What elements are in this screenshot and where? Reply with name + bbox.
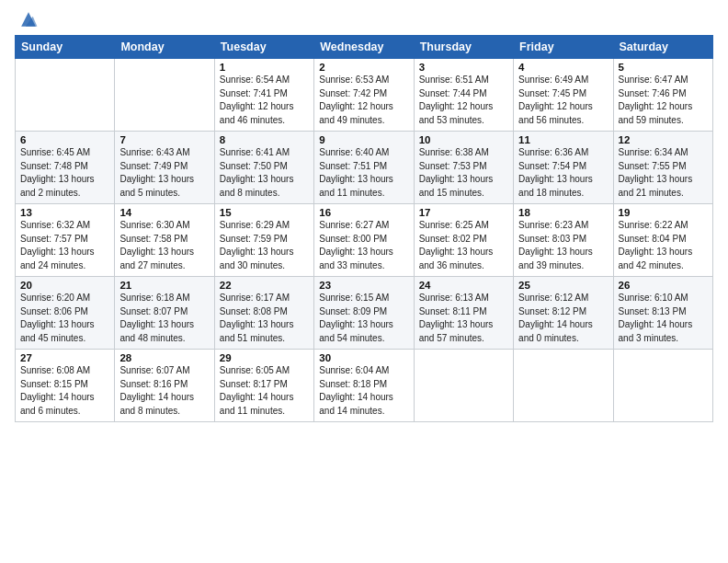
day-number: 16 (319, 207, 408, 218)
day-number: 3 (419, 62, 508, 73)
calendar-cell (115, 59, 214, 132)
day-number: 27 (20, 352, 109, 363)
calendar-cell: 27Sunrise: 6:08 AM Sunset: 8:15 PM Dayli… (16, 350, 115, 422)
day-info: Sunrise: 6:30 AM Sunset: 7:58 PM Dayligh… (119, 219, 209, 272)
calendar-cell: 13Sunrise: 6:32 AM Sunset: 7:57 PM Dayli… (16, 204, 115, 277)
day-number: 28 (119, 352, 209, 363)
day-number: 4 (518, 62, 608, 73)
day-info: Sunrise: 6:36 AM Sunset: 7:54 PM Dayligh… (518, 146, 608, 200)
day-info: Sunrise: 6:13 AM Sunset: 8:11 PM Dayligh… (419, 292, 508, 345)
day-number: 19 (619, 207, 708, 218)
day-number: 8 (220, 134, 309, 145)
calendar-day-header: Tuesday (214, 36, 313, 59)
day-info: Sunrise: 6:15 AM Sunset: 8:09 PM Dayligh… (319, 292, 408, 345)
day-number: 5 (619, 62, 708, 73)
day-number: 6 (20, 134, 109, 145)
day-info: Sunrise: 6:54 AM Sunset: 7:41 PM Dayligh… (220, 74, 309, 127)
header (15, 9, 713, 29)
calendar-cell: 21Sunrise: 6:18 AM Sunset: 8:07 PM Dayli… (115, 277, 214, 350)
calendar-table: SundayMondayTuesdayWednesdayThursdayFrid… (15, 35, 713, 422)
calendar-cell: 18Sunrise: 6:23 AM Sunset: 8:03 PM Dayli… (514, 204, 613, 277)
day-number: 20 (20, 280, 109, 291)
day-number: 11 (518, 134, 608, 145)
calendar-cell (514, 350, 613, 422)
calendar-cell: 19Sunrise: 6:22 AM Sunset: 8:04 PM Dayli… (613, 204, 712, 277)
day-info: Sunrise: 6:10 AM Sunset: 8:13 PM Dayligh… (619, 292, 708, 345)
day-number: 23 (319, 280, 408, 291)
day-number: 9 (319, 134, 408, 145)
calendar-week-row: 13Sunrise: 6:32 AM Sunset: 7:57 PM Dayli… (16, 204, 713, 277)
day-info: Sunrise: 6:08 AM Sunset: 8:15 PM Dayligh… (20, 364, 109, 418)
logo (15, 9, 39, 29)
calendar-cell: 22Sunrise: 6:17 AM Sunset: 8:08 PM Dayli… (214, 277, 313, 350)
day-number: 13 (20, 207, 109, 218)
day-number: 12 (619, 134, 708, 145)
day-info: Sunrise: 6:32 AM Sunset: 7:57 PM Dayligh… (20, 219, 109, 272)
day-number: 18 (518, 207, 608, 218)
day-info: Sunrise: 6:22 AM Sunset: 8:04 PM Dayligh… (619, 219, 708, 272)
day-number: 24 (419, 280, 508, 291)
day-number: 2 (319, 62, 408, 73)
calendar-cell: 4Sunrise: 6:49 AM Sunset: 7:45 PM Daylig… (514, 59, 613, 132)
calendar-cell: 14Sunrise: 6:30 AM Sunset: 7:58 PM Dayli… (115, 204, 214, 277)
day-info: Sunrise: 6:34 AM Sunset: 7:55 PM Dayligh… (619, 146, 708, 200)
day-info: Sunrise: 6:17 AM Sunset: 8:08 PM Dayligh… (220, 292, 309, 345)
calendar-day-header: Saturday (613, 36, 712, 59)
day-info: Sunrise: 6:47 AM Sunset: 7:46 PM Dayligh… (619, 74, 708, 127)
day-info: Sunrise: 6:41 AM Sunset: 7:50 PM Dayligh… (220, 146, 309, 200)
calendar-week-row: 27Sunrise: 6:08 AM Sunset: 8:15 PM Dayli… (16, 350, 713, 422)
calendar-cell: 10Sunrise: 6:38 AM Sunset: 7:53 PM Dayli… (414, 132, 513, 204)
calendar-week-row: 1Sunrise: 6:54 AM Sunset: 7:41 PM Daylig… (16, 59, 713, 132)
day-number: 15 (220, 207, 309, 218)
calendar-cell: 28Sunrise: 6:07 AM Sunset: 8:16 PM Dayli… (115, 350, 214, 422)
calendar-cell: 20Sunrise: 6:20 AM Sunset: 8:06 PM Dayli… (16, 277, 115, 350)
calendar-day-header: Friday (514, 36, 613, 59)
day-info: Sunrise: 6:12 AM Sunset: 8:12 PM Dayligh… (518, 292, 608, 345)
day-info: Sunrise: 6:23 AM Sunset: 8:03 PM Dayligh… (518, 219, 608, 272)
day-info: Sunrise: 6:05 AM Sunset: 8:17 PM Dayligh… (220, 364, 309, 418)
day-info: Sunrise: 6:49 AM Sunset: 7:45 PM Dayligh… (518, 74, 608, 127)
calendar-cell: 6Sunrise: 6:45 AM Sunset: 7:48 PM Daylig… (16, 132, 115, 204)
logo-icon (18, 9, 39, 29)
day-number: 1 (220, 62, 309, 73)
calendar-cell: 2Sunrise: 6:53 AM Sunset: 7:42 PM Daylig… (314, 59, 414, 132)
calendar-cell: 25Sunrise: 6:12 AM Sunset: 8:12 PM Dayli… (514, 277, 613, 350)
calendar-cell: 3Sunrise: 6:51 AM Sunset: 7:44 PM Daylig… (414, 59, 513, 132)
page: SundayMondayTuesdayWednesdayThursdayFrid… (0, 0, 728, 563)
day-number: 25 (518, 280, 608, 291)
calendar-cell: 24Sunrise: 6:13 AM Sunset: 8:11 PM Dayli… (414, 277, 513, 350)
calendar-cell (613, 350, 712, 422)
calendar-cell: 26Sunrise: 6:10 AM Sunset: 8:13 PM Dayli… (613, 277, 712, 350)
day-number: 29 (220, 352, 309, 363)
day-info: Sunrise: 6:27 AM Sunset: 8:00 PM Dayligh… (319, 219, 408, 272)
calendar-cell: 30Sunrise: 6:04 AM Sunset: 8:18 PM Dayli… (314, 350, 414, 422)
day-number: 22 (220, 280, 309, 291)
calendar-cell: 7Sunrise: 6:43 AM Sunset: 7:49 PM Daylig… (115, 132, 214, 204)
day-info: Sunrise: 6:51 AM Sunset: 7:44 PM Dayligh… (419, 74, 508, 127)
calendar-week-row: 6Sunrise: 6:45 AM Sunset: 7:48 PM Daylig… (16, 132, 713, 204)
day-info: Sunrise: 6:40 AM Sunset: 7:51 PM Dayligh… (319, 146, 408, 200)
day-number: 17 (419, 207, 508, 218)
day-info: Sunrise: 6:53 AM Sunset: 7:42 PM Dayligh… (319, 74, 408, 127)
day-number: 7 (119, 134, 209, 145)
calendar-cell: 17Sunrise: 6:25 AM Sunset: 8:02 PM Dayli… (414, 204, 513, 277)
calendar-cell: 11Sunrise: 6:36 AM Sunset: 7:54 PM Dayli… (514, 132, 613, 204)
calendar-cell (414, 350, 513, 422)
calendar-cell: 5Sunrise: 6:47 AM Sunset: 7:46 PM Daylig… (613, 59, 712, 132)
day-info: Sunrise: 6:25 AM Sunset: 8:02 PM Dayligh… (419, 219, 508, 272)
day-info: Sunrise: 6:43 AM Sunset: 7:49 PM Dayligh… (119, 146, 209, 200)
calendar-cell: 8Sunrise: 6:41 AM Sunset: 7:50 PM Daylig… (214, 132, 313, 204)
calendar-cell: 29Sunrise: 6:05 AM Sunset: 8:17 PM Dayli… (214, 350, 313, 422)
day-info: Sunrise: 6:07 AM Sunset: 8:16 PM Dayligh… (119, 364, 209, 418)
calendar-cell: 1Sunrise: 6:54 AM Sunset: 7:41 PM Daylig… (214, 59, 313, 132)
day-info: Sunrise: 6:18 AM Sunset: 8:07 PM Dayligh… (119, 292, 209, 345)
day-number: 30 (319, 352, 408, 363)
day-info: Sunrise: 6:04 AM Sunset: 8:18 PM Dayligh… (319, 364, 408, 418)
calendar-cell: 9Sunrise: 6:40 AM Sunset: 7:51 PM Daylig… (314, 132, 414, 204)
day-number: 14 (119, 207, 209, 218)
calendar-day-header: Wednesday (314, 36, 414, 59)
calendar-day-header: Thursday (414, 36, 513, 59)
calendar-header-row: SundayMondayTuesdayWednesdayThursdayFrid… (16, 36, 713, 59)
calendar-day-header: Sunday (16, 36, 115, 59)
calendar-week-row: 20Sunrise: 6:20 AM Sunset: 8:06 PM Dayli… (16, 277, 713, 350)
